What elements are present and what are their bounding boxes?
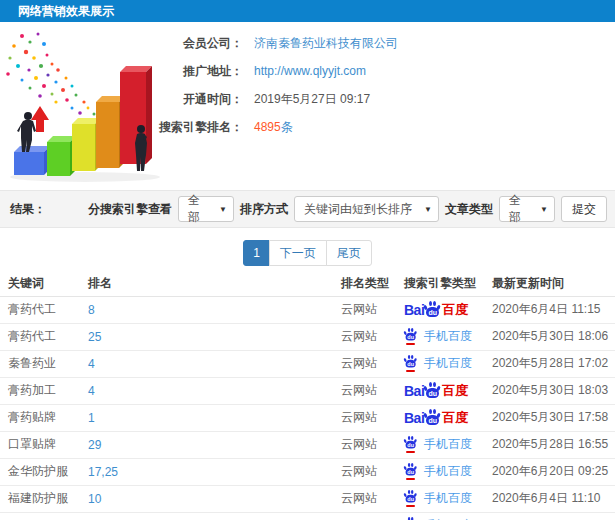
baidu-paw-icon: du [404, 490, 417, 503]
rank-cell: 1 [80, 404, 333, 431]
promo-url-row: 推广地址： http://www.qlyyjt.com [125, 64, 398, 78]
engine-select-value: 全部 [188, 192, 211, 226]
keyword-cell: 福建防护服 [0, 485, 80, 512]
article-type-select-value: 全部 [509, 192, 532, 226]
rank-cell: 4 [80, 377, 333, 404]
engine-cell: du手机百度 [396, 485, 484, 512]
rank-type-cell: 云网站 [333, 485, 396, 512]
open-time-value: 2019年5月27日 09:17 [254, 91, 370, 108]
mobile-baidu-logo: du手机百度 [404, 436, 472, 453]
mobile-baidu-icon: du [404, 490, 419, 507]
mobile-baidu-logo: du手机百度 [404, 463, 472, 480]
rank-type-cell: 云网站 [333, 431, 396, 458]
open-time-label: 开通时间： [125, 91, 243, 108]
baidu-paw-icon: du [404, 328, 417, 341]
rank-type-cell: 云网站 [333, 350, 396, 377]
rank-cell: 8 [80, 296, 333, 323]
col-updated: 最新更新时间 [484, 272, 615, 296]
chevron-down-icon: ▼ [532, 205, 548, 214]
promo-url-link[interactable]: http://www.qlyyjt.com [254, 64, 366, 78]
page: 网络营销效果展示 [0, 0, 615, 520]
baidu-paw-icon: du [404, 463, 417, 476]
engine-cell: du手机百度 [396, 512, 484, 520]
rank-type-cell: 云网站 [333, 296, 396, 323]
keyword-cell: 秦鲁药业 [0, 350, 80, 377]
baidu-paw-icon: du [404, 355, 417, 368]
rank-link[interactable]: 4 [88, 384, 95, 398]
rank-type-cell: 云网站 [333, 458, 396, 485]
member-company-link[interactable]: 济南秦鲁药业科技有限公司 [254, 35, 398, 52]
ranking-count-number: 4895 [254, 120, 281, 134]
baidu-paw-icon: du [424, 409, 441, 426]
results-table-body: 膏药代工8云网站Baidu百度2020年6月4日 11:15膏药代工25云网站d… [0, 296, 615, 520]
sort-select[interactable]: 关键词由短到长排序 ▼ [294, 196, 439, 222]
table-row: 膏药加工4云网站Baidu百度2020年5月30日 18:03 [0, 377, 615, 404]
results-table: 关键词 排名 排名类型 搜索引擎类型 最新更新时间 膏药代工8云网站Baidu百… [0, 272, 615, 520]
engine-cell: Baidu百度 [396, 404, 484, 431]
rank-type-cell [333, 512, 396, 520]
keyword-cell: 膏药代工 [0, 296, 80, 323]
mobile-baidu-icon: du [404, 463, 419, 480]
rank-link[interactable]: 10 [88, 492, 101, 506]
submit-button[interactable]: 提交 [561, 196, 607, 222]
baidu-logo: Baidu百度 [404, 301, 468, 319]
filter-controls: 分搜索引擎查看 全部 ▼ 排序方式 关键词由短到长排序 ▼ 文章类型 全部 ▼ … [88, 196, 607, 222]
page-1-button[interactable]: 1 [243, 240, 270, 266]
ranking-count-unit: 条 [281, 120, 293, 134]
member-company-row: 会员公司： 济南秦鲁药业科技有限公司 [125, 36, 398, 50]
engine-select[interactable]: 全部 ▼ [178, 196, 234, 222]
pagination: 1 下一页 尾页 [0, 240, 615, 266]
sort-select-value: 关键词由短到长排序 [304, 201, 412, 218]
table-row: 金华防护服17,25云网站du手机百度2020年6月20日 09:25 [0, 458, 615, 485]
member-company-label: 会员公司： [125, 35, 243, 52]
rank-type-cell: 云网站 [333, 323, 396, 350]
mobile-baidu-icon: du [404, 436, 419, 453]
engine-cell: du手机百度 [396, 323, 484, 350]
table-header-row: 关键词 排名 排名类型 搜索引擎类型 最新更新时间 [0, 272, 615, 296]
updated-cell: 2020年6月20日 09:25 [484, 458, 615, 485]
engine-cell: Baidu百度 [396, 377, 484, 404]
updated-cell [484, 512, 615, 520]
last-page-button[interactable]: 尾页 [326, 240, 372, 266]
updated-cell: 2020年5月30日 18:03 [484, 377, 615, 404]
baidu-paw-icon: du [424, 382, 441, 399]
rank-cell: 29 [80, 431, 333, 458]
table-row: 膏药代工8云网站Baidu百度2020年6月4日 11:15 [0, 296, 615, 323]
table-row: 膏药贴牌1云网站Baidu百度2020年5月30日 17:58 [0, 404, 615, 431]
baidu-logo: Baidu百度 [404, 409, 468, 427]
rank-cell: 17,25 [80, 458, 333, 485]
updated-cell: 2020年6月4日 11:10 [484, 485, 615, 512]
table-row: 秦鲁药业4云网站du手机百度2020年5月28日 17:02 [0, 350, 615, 377]
updated-cell: 2020年5月28日 16:55 [484, 431, 615, 458]
chevron-down-icon: ▼ [211, 205, 227, 214]
table-row: 膏药代工25云网站du手机百度2020年5月30日 18:06 [0, 323, 615, 350]
article-type-select[interactable]: 全部 ▼ [499, 196, 555, 222]
member-info: 会员公司： 济南秦鲁药业科技有限公司 推广地址： http://www.qlyy… [125, 36, 398, 148]
engine-filter-label: 分搜索引擎查看 [88, 201, 172, 218]
keyword-cell [0, 512, 80, 520]
rank-link[interactable]: 25 [88, 330, 101, 344]
rank-link[interactable]: 8 [88, 303, 95, 317]
rank-link[interactable]: 4 [88, 357, 95, 371]
ranking-count-value: 4895条 [254, 119, 293, 136]
chevron-down-icon: ▼ [416, 205, 432, 214]
rank-cell [80, 512, 333, 520]
promo-url-label: 推广地址： [125, 63, 243, 80]
rank-link[interactable]: 29 [88, 438, 101, 452]
keyword-cell: 膏药加工 [0, 377, 80, 404]
baidu-logo: Baidu百度 [404, 382, 468, 400]
keyword-cell: 膏药贴牌 [0, 404, 80, 431]
col-keyword: 关键词 [0, 272, 80, 296]
mobile-baidu-icon: du [404, 328, 419, 345]
table-row: du手机百度 [0, 512, 615, 520]
filter-bar: 结果： 分搜索引擎查看 全部 ▼ 排序方式 关键词由短到长排序 ▼ 文章类型 全… [0, 190, 615, 228]
rank-link[interactable]: 17,25 [88, 465, 118, 479]
rank-link[interactable]: 1 [88, 411, 95, 425]
col-engine-type: 搜索引擎类型 [396, 272, 484, 296]
rank-type-cell: 云网站 [333, 404, 396, 431]
rank-cell: 25 [80, 323, 333, 350]
article-type-label: 文章类型 [445, 201, 493, 218]
engine-cell: du手机百度 [396, 431, 484, 458]
next-page-button[interactable]: 下一页 [269, 240, 327, 266]
mobile-baidu-icon: du [404, 355, 419, 372]
